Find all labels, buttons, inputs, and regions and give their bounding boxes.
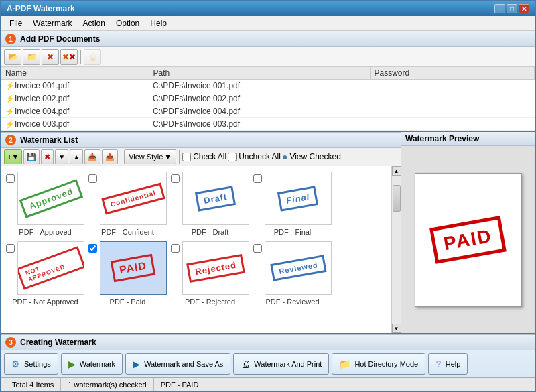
watermark-list-header: 2 Watermark List (1, 132, 401, 148)
stamp-approved: Approved (19, 179, 82, 218)
watermark-thumb-approved[interactable]: Approved (17, 172, 84, 225)
watermark-checkbox-final[interactable] (253, 174, 262, 183)
watermark-save-as-button[interactable]: Watermark and Save As (125, 353, 230, 375)
watermark-thumb-reviewed[interactable]: Reviewed (265, 241, 332, 295)
check-all-label[interactable]: Check All (182, 152, 226, 161)
menu-bar: File Watermark Action Option Help (1, 16, 535, 31)
file-path: C:\PDFs\Invoice 002.pdf (149, 92, 370, 105)
scrollbar[interactable]: ▲ ▼ (391, 166, 401, 333)
table-row[interactable]: Invoice 004.pdf C:\PDFs\Invoice 004.pdf (1, 105, 535, 118)
menu-watermark[interactable]: Watermark (27, 17, 77, 29)
scroll-down-arrow[interactable]: ▼ (392, 324, 401, 333)
wm-toolbar-sep (121, 150, 121, 164)
close-button[interactable]: ✕ (519, 4, 529, 13)
watermark-thumb-confidential[interactable]: Confidential (100, 172, 167, 225)
move-down-icon (58, 153, 65, 161)
watermark-button[interactable]: Watermark (61, 353, 123, 375)
watermark-checkbox-confidential[interactable] (88, 174, 97, 183)
watermark-grid-container: Approved PDF - Approved Confidential (1, 166, 401, 333)
table-row[interactable]: Invoice 002.pdf C:\PDFs\Invoice 002.pdf (1, 92, 535, 105)
file-list: Name Path Password Invoice 001.pdf C:\PD… (1, 67, 535, 132)
creating-section: 3 Creating Watermark Settings Watermark … (1, 333, 535, 377)
menu-action[interactable]: Action (78, 17, 111, 29)
watermark-thumb-paid[interactable]: PAID (100, 241, 167, 295)
check-all-checkbox[interactable] (182, 153, 191, 161)
delete-watermark-button[interactable]: ✖ (41, 149, 54, 164)
watermark-thumb-draft[interactable]: Draft (182, 172, 249, 225)
save-watermark-button[interactable]: 💾 (23, 149, 40, 164)
watermark-thumb-rejected[interactable]: Rejected (182, 241, 249, 295)
add-pdf-title: Add PDF Documents (20, 34, 100, 44)
remove-button[interactable] (42, 49, 59, 65)
col-name: Name (1, 67, 149, 80)
minimize-button[interactable]: ─ (494, 4, 505, 13)
scroll-up-arrow[interactable]: ▲ (392, 166, 401, 176)
watermark-print-button[interactable]: Watermark And Print (233, 353, 329, 375)
stamp-draft: Draft (195, 186, 237, 212)
view-checked-text[interactable]: View Checked (289, 152, 341, 161)
scrollbar-thumb[interactable] (393, 185, 401, 212)
watermark-label-approved: PDF - Approved (19, 228, 71, 236)
watermark-thumb-final[interactable]: Final (265, 172, 332, 225)
file-password (370, 105, 535, 118)
table-row[interactable]: Invoice 001.pdf C:\PDFs\Invoice 001.pdf (1, 80, 535, 92)
view-checked-dot: ● (282, 151, 287, 162)
hot-directory-button[interactable]: Hot Directory Mode (332, 353, 425, 375)
add-file-button[interactable] (4, 49, 21, 65)
status-bar: Total 4 Items 1 watermark(s) checked PDF… (1, 377, 535, 391)
watermark-checkbox-notapproved[interactable] (6, 244, 15, 253)
add-pdf-toolbar: 📁 ✖ (1, 47, 535, 67)
watermark-checkbox-reviewed[interactable] (253, 244, 262, 253)
menu-file[interactable]: File (4, 17, 27, 29)
stamp-rejected: Rejected (186, 253, 245, 282)
uncheck-all-label[interactable]: Uncheck All (228, 152, 281, 161)
view-checked-container: ● View Checked (282, 151, 341, 162)
hotdir-icon (339, 358, 350, 369)
watermark-item-inner: Confidential (88, 172, 167, 225)
window-title: A-PDF Watermark (7, 4, 75, 13)
help-button[interactable]: Help (428, 353, 468, 375)
add-watermark-button[interactable]: +▼ (4, 149, 22, 164)
import-button[interactable] (84, 149, 100, 164)
list-item: PAID PDF - Paid (89, 241, 166, 306)
delete-wm-icon: ✖ (44, 153, 50, 161)
watermark-label-final: PDF - Final (274, 228, 312, 236)
file-password (370, 80, 535, 92)
menu-option[interactable]: Option (111, 17, 145, 29)
list-item: Reviewed PDF - Reviewed (254, 241, 331, 306)
preview-header: Watermark Preview (401, 132, 535, 146)
move-up-button[interactable] (70, 149, 83, 164)
pdf-icon (5, 119, 15, 129)
maximize-button[interactable]: □ (507, 4, 517, 13)
watermark-checkbox-rejected[interactable] (171, 244, 180, 253)
file-password (370, 118, 535, 131)
lock-button[interactable] (84, 49, 101, 65)
watermark-label: Watermark (80, 360, 115, 368)
status-checked: 1 watermark(s) checked (61, 378, 153, 391)
window-controls: ─ □ ✕ (494, 4, 529, 13)
move-down-button[interactable] (55, 149, 68, 164)
middle-area: 2 Watermark List +▼ 💾 ✖ View Style ▼ (1, 132, 535, 333)
list-item: NOT APPROVED PDF - Not Approved (7, 241, 84, 306)
status-selected: PDF - PAID (154, 378, 206, 391)
settings-button[interactable]: Settings (4, 353, 58, 375)
table-row[interactable]: Invoice 003.pdf C:\PDFs\Invoice 003.pdf (1, 118, 535, 131)
menu-help[interactable]: Help (145, 17, 172, 29)
remove-all-button[interactable]: ✖ (60, 49, 78, 65)
file-name: Invoice 001.pdf (1, 80, 149, 92)
add-file-icon (8, 52, 18, 62)
export-button[interactable] (102, 149, 118, 164)
add-folder-button[interactable]: 📁 (23, 49, 40, 65)
settings-icon (11, 358, 20, 369)
file-path: C:\PDFs\Invoice 001.pdf (149, 80, 370, 92)
uncheck-all-checkbox[interactable] (228, 153, 237, 161)
stamp-final: Final (277, 186, 319, 212)
watermark-checkbox-draft[interactable] (171, 174, 180, 183)
list-item: Draft PDF - Draft (172, 172, 249, 236)
view-style-button[interactable]: View Style ▼ (124, 149, 176, 164)
watermark-checkbox-paid[interactable] (88, 244, 97, 253)
watermark-thumb-notapproved[interactable]: NOT APPROVED (17, 241, 84, 295)
file-path: C:\PDFs\Invoice 003.pdf (149, 118, 370, 131)
watermark-checkbox-approved[interactable] (6, 174, 15, 183)
move-up-icon (73, 153, 80, 161)
